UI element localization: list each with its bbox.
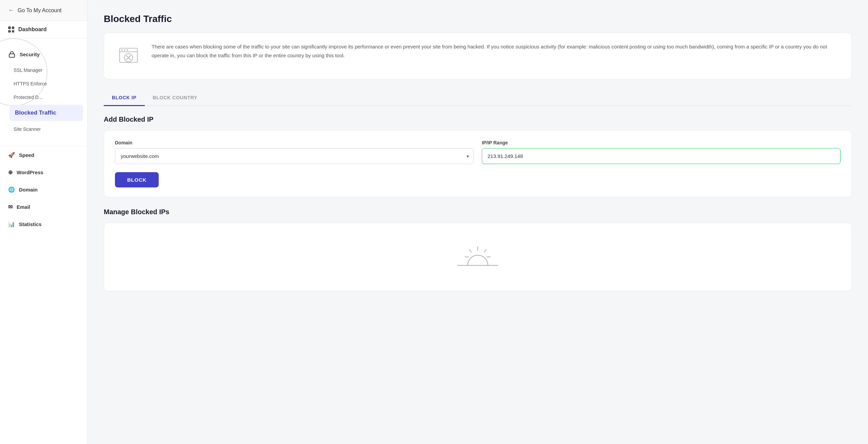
shield-block-icon xyxy=(117,44,140,68)
svg-line-11 xyxy=(469,249,471,252)
svg-point-4 xyxy=(124,49,125,51)
statistics-label: Statistics xyxy=(19,221,42,227)
svg-rect-0 xyxy=(9,54,15,57)
go-to-account-link[interactable]: ← Go To My Account xyxy=(0,0,87,21)
domain-icon: 🌐 xyxy=(8,186,15,193)
protected-d-label: Protected D... xyxy=(14,95,43,100)
wordpress-label: WordPress xyxy=(17,169,43,175)
main-content: Blocked Traffic There are cases when blo… xyxy=(87,0,868,444)
info-card: There are cases when blocking some of th… xyxy=(104,33,852,79)
sidebar-item-https-enforce[interactable]: HTTPS Enforce xyxy=(5,77,87,90)
site-scanner-label: Site Scanner xyxy=(14,126,41,132)
empty-state-illustration xyxy=(454,243,501,270)
https-enforce-label: HTTPS Enforce xyxy=(14,81,47,86)
tab-block-ip[interactable]: BLOCK IP xyxy=(104,90,145,106)
domain-select[interactable]: yourwebsite.com xyxy=(115,148,474,164)
sidebar-item-speed[interactable]: 🚀 Speed xyxy=(0,146,87,164)
manage-blocked-ips-card xyxy=(104,223,852,291)
form-row: Domain yourwebsite.com ▾ IP/IP Range xyxy=(115,140,841,164)
tab-block-country[interactable]: BLOCK COUNTRY xyxy=(145,90,205,106)
sidebar-item-wordpress[interactable]: ⊕ WordPress xyxy=(0,164,87,181)
info-description: There are cases when blocking some of th… xyxy=(152,42,841,60)
security-label: Security xyxy=(20,52,40,57)
speed-icon: 🚀 xyxy=(8,152,15,158)
security-section: Security SSL Manager HTTPS Enforce Prote… xyxy=(0,38,87,139)
ip-input[interactable] xyxy=(482,148,841,164)
sidebar-item-domain[interactable]: 🌐 Domain xyxy=(0,181,87,198)
email-icon: ✉ xyxy=(8,204,13,210)
domain-field-group: Domain yourwebsite.com ▾ xyxy=(115,140,474,164)
manage-blocked-ips-title: Manage Blocked IPs xyxy=(104,208,852,216)
sidebar-item-dashboard[interactable]: Dashboard xyxy=(0,21,87,38)
sidebar-item-protected-d[interactable]: Protected D... xyxy=(5,90,87,104)
sidebar-item-email[interactable]: ✉ Email xyxy=(0,198,87,216)
tabs-container: BLOCK IP BLOCK COUNTRY xyxy=(104,90,852,106)
domain-label: Domain xyxy=(115,140,474,145)
statistics-icon: 📊 xyxy=(8,221,15,227)
grid-icon xyxy=(8,26,14,33)
sunrise-icon xyxy=(454,243,501,270)
svg-line-10 xyxy=(484,249,486,252)
ip-label: IP/IP Range xyxy=(482,140,841,145)
svg-point-3 xyxy=(121,49,123,51)
lock-icon xyxy=(8,51,16,58)
sidebar-item-security[interactable]: Security xyxy=(0,45,48,63)
sidebar-item-ssl-manager[interactable]: SSL Manager xyxy=(5,63,87,77)
active-item-label: Blocked Traffic xyxy=(15,109,56,116)
svg-point-5 xyxy=(126,49,128,51)
dashboard-label: Dashboard xyxy=(18,26,47,33)
add-blocked-ip-title: Add Blocked IP xyxy=(104,116,852,123)
sidebar-item-site-scanner[interactable]: Site Scanner xyxy=(5,122,87,136)
domain-select-wrap: yourwebsite.com ▾ xyxy=(115,148,474,164)
email-label: Email xyxy=(17,204,30,210)
back-label: Go To My Account xyxy=(18,7,62,14)
shield-icon-wrap xyxy=(115,42,142,69)
back-arrow-icon: ← xyxy=(8,7,14,14)
sidebar-item-blocked-traffic[interactable]: Blocked Traffic xyxy=(9,105,83,121)
sidebar: ← Go To My Account Dashboard Security SS… xyxy=(0,0,87,444)
speed-label: Speed xyxy=(19,152,34,158)
page-title: Blocked Traffic xyxy=(104,14,852,24)
ip-field-group: IP/IP Range xyxy=(482,140,841,164)
domain-label: Domain xyxy=(19,187,38,193)
ssl-manager-label: SSL Manager xyxy=(14,67,42,73)
sidebar-item-statistics[interactable]: 📊 Statistics xyxy=(0,216,87,233)
security-sub-items: SSL Manager HTTPS Enforce Protected D...… xyxy=(0,63,87,139)
block-button[interactable]: BLOCK xyxy=(115,172,159,187)
wordpress-icon: ⊕ xyxy=(8,169,13,176)
add-blocked-ip-form: Domain yourwebsite.com ▾ IP/IP Range BLO… xyxy=(104,130,852,197)
